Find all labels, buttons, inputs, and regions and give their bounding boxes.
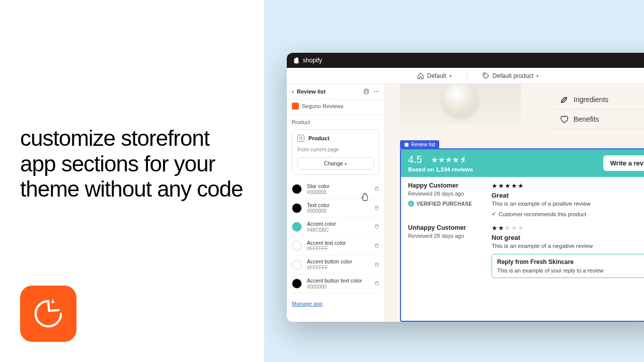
storefront-preview: Ingredients⌄Benefits⌄ Review list 4.5 ★★…	[385, 84, 644, 322]
shopify-icon	[293, 57, 300, 64]
review-date: Reviewed 28 days ago	[408, 191, 484, 197]
manage-app-link[interactable]: Manage app	[287, 296, 384, 312]
svg-point-0	[484, 74, 485, 75]
color-swatch	[292, 279, 302, 289]
review-text: This is an example of a negative review	[492, 243, 644, 249]
color-swatch	[292, 203, 302, 213]
review-list-widget: 4.5 ★★★★⯨ Based on 1,234 reviews Write a…	[400, 148, 644, 322]
review-title: Great	[492, 192, 644, 199]
reviewer-name: Happy Customer	[408, 182, 484, 189]
template-picker[interactable]: Default ▾	[417, 72, 452, 79]
color-setting[interactable]: Accent text color #FFFFFF	[292, 237, 379, 256]
theme-editor-screenshot: shopify Default ▾ Default product ▾	[287, 53, 644, 322]
heading: customize storefront app sections for yo…	[20, 126, 244, 202]
database-icon	[374, 206, 379, 211]
svg-point-1	[364, 89, 368, 90]
color-hex: #000000	[307, 284, 369, 290]
product-card-subtitle: From current page	[297, 147, 374, 152]
seguno-logo	[20, 286, 76, 342]
avg-score: 4.5	[408, 154, 422, 165]
section-label: Product	[287, 115, 384, 127]
review-date: Reviewed 28 days ago	[408, 233, 484, 239]
app-identifier: Seguno Reviews	[287, 100, 384, 115]
product-image	[400, 84, 521, 124]
product-icon	[297, 135, 304, 142]
review-stars: ★★★★★	[492, 224, 644, 232]
review-stars: ★★★★★	[492, 182, 644, 190]
tag-icon	[482, 72, 490, 79]
sidebar-title: Review list	[297, 88, 360, 95]
svg-point-6	[375, 263, 378, 264]
svg-rect-8	[405, 143, 409, 147]
color-hex: #FFFFFF	[307, 265, 369, 271]
database-icon[interactable]	[363, 88, 369, 95]
svg-point-3	[375, 206, 378, 208]
summary-stars: ★★★★⯨	[431, 155, 467, 164]
more-icon[interactable]: ⋯	[373, 88, 379, 95]
database-icon	[374, 243, 379, 248]
color-hex: #000000	[307, 208, 369, 214]
product-picker[interactable]: Default product ▾	[482, 72, 539, 79]
template-label: Default	[427, 72, 446, 79]
topbar-brand: shopify	[303, 57, 322, 64]
color-name: Accent button text color	[307, 278, 369, 284]
app-name: Seguno Reviews	[302, 103, 344, 109]
chevron-down-icon: ▾	[536, 73, 539, 78]
color-name: Text color	[307, 202, 369, 209]
svg-point-7	[375, 282, 378, 283]
color-hex: #FFFFFF	[307, 246, 369, 252]
color-swatch	[292, 184, 302, 194]
color-swatch	[292, 260, 302, 270]
database-icon	[374, 262, 379, 267]
color-swatch	[292, 241, 302, 251]
database-icon	[374, 224, 379, 229]
editor-subbar: Default ▾ Default product ▾	[287, 68, 644, 84]
verified-badge: ✓VERIFIED PURCHASE	[408, 201, 472, 207]
svg-point-2	[375, 187, 378, 189]
color-setting[interactable]: Accent button text color #000000	[292, 275, 379, 294]
review-title: Not great	[492, 234, 644, 241]
svg-point-4	[375, 225, 378, 226]
shopify-topbar: shopify	[287, 53, 644, 68]
chevron-down-icon: ▾	[449, 73, 452, 78]
review-text: This is an example of a positive review	[492, 201, 644, 207]
editor-sidebar: ‹ Review list ⋯ Seguno Reviews Product	[287, 84, 385, 322]
reviews-container: Happy Customer Reviewed 28 days ago ✓VER…	[401, 177, 644, 283]
product-label: Default product	[493, 72, 533, 79]
section-tag[interactable]: Review list	[400, 140, 439, 149]
divider	[467, 72, 467, 80]
color-setting[interactable]: Accent color #48C6BC	[292, 218, 379, 237]
preview-pane: shopify Default ▾ Default product ▾	[264, 0, 644, 362]
color-name: Accent text color	[307, 240, 369, 246]
accordion-label: Ingredients	[574, 96, 608, 104]
review-item: Unhappy Customer Reviewed 28 days ago ★★…	[408, 224, 644, 278]
accordion-label: Benefits	[574, 115, 599, 123]
block-icon	[404, 142, 409, 147]
leaf-icon	[559, 95, 569, 104]
color-setting[interactable]: Accent button color #FFFFFF	[292, 255, 379, 275]
svg-point-5	[375, 244, 378, 245]
database-icon	[374, 187, 379, 192]
reviewer-name: Unhappy Customer	[408, 224, 484, 231]
back-button[interactable]: ‹	[292, 88, 294, 95]
database-icon	[374, 281, 379, 286]
color-hex: #000000	[307, 190, 369, 196]
color-hex: #48C6BC	[307, 227, 369, 233]
color-setting[interactable]: Star color #000000	[292, 180, 379, 199]
accordion-row[interactable]: Ingredients⌄	[553, 90, 644, 110]
change-button[interactable]: Change ▾	[297, 157, 374, 169]
review-count: Based on 1,234 reviews	[408, 166, 473, 172]
write-review-button[interactable]: Write a review	[603, 155, 644, 171]
accordion-row[interactable]: Benefits⌄	[553, 110, 644, 129]
owner-reply: Reply from Fresh SkincareThis is an exam…	[492, 254, 644, 278]
chevron-down-icon: ▾	[345, 161, 347, 166]
recommend-line: ✓Customer recommends this product	[492, 211, 644, 217]
review-summary: 4.5 ★★★★⯨ Based on 1,234 reviews Write a…	[401, 149, 644, 177]
home-icon	[417, 72, 424, 79]
review-item: Happy Customer Reviewed 28 days ago ✓VER…	[408, 182, 644, 217]
product-accordion: Ingredients⌄Benefits⌄	[553, 90, 644, 129]
color-setting[interactable]: Text color #000000	[292, 199, 379, 218]
color-name: Star color	[307, 183, 369, 190]
product-card-title: Product	[308, 135, 330, 141]
color-settings-list: Star color #000000 Text color #000000 Ac…	[287, 178, 384, 296]
